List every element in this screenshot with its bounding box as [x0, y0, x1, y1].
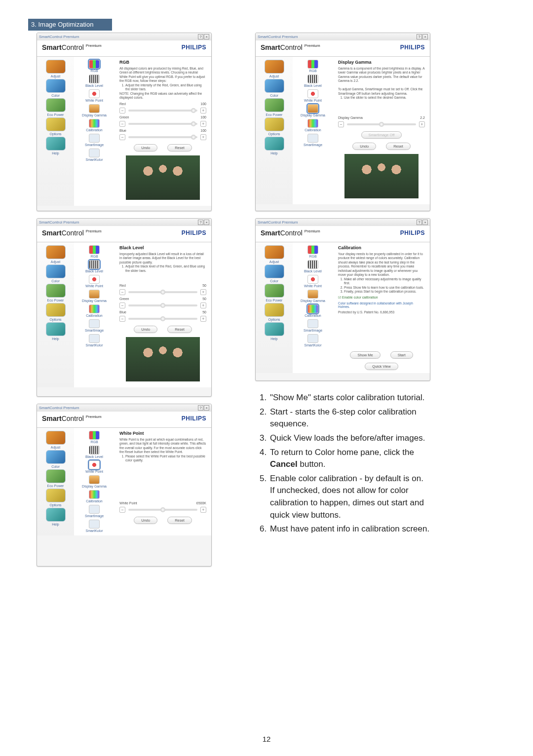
- screenshot-white-point: SmartControl Premium?× SmartControl Prem…: [37, 404, 212, 567]
- preview-photo: [126, 337, 200, 381]
- screenshot-black-level: SmartControl Premium?× SmartControl Prem…: [37, 218, 212, 397]
- reset-button[interactable]: Reset: [167, 326, 192, 333]
- close-icon[interactable]: ×: [204, 405, 209, 411]
- slider-gamma[interactable]: −+: [338, 121, 425, 127]
- undo-button[interactable]: Undo: [134, 326, 157, 333]
- instruction-list: "Show Me" starts color calibration tutor…: [255, 388, 430, 537]
- sub-black-level[interactable]: Black Level: [85, 75, 103, 87]
- panel-desc: All displayed colors are produced by mix…: [119, 67, 206, 100]
- slider-red[interactable]: −+: [119, 108, 206, 113]
- sub-display-gamma[interactable]: Display Gamma: [82, 104, 107, 117]
- philips-logo: PHILIPS: [182, 44, 206, 51]
- section-header: 3. Image Optimization: [28, 19, 112, 31]
- preview-photo: [126, 155, 200, 200]
- screenshot-rgb: SmartControl Premium?× SmartControl Prem…: [37, 33, 212, 211]
- nav-options[interactable]: Options: [41, 117, 71, 136]
- close-icon[interactable]: ×: [204, 34, 209, 39]
- help-icon[interactable]: ?: [198, 34, 203, 39]
- close-icon[interactable]: ×: [422, 220, 428, 225]
- undo-button[interactable]: Undo: [352, 143, 376, 150]
- quick-view-button[interactable]: Quick View: [365, 363, 398, 370]
- sub-calibration[interactable]: Calibration: [86, 119, 102, 132]
- undo-button[interactable]: Undo: [134, 517, 157, 524]
- help-icon[interactable]: ?: [198, 405, 203, 411]
- window-title: SmartControl Premium: [39, 35, 79, 39]
- screenshot-display-gamma: SmartControl Premium?× SmartControl Prem…: [255, 33, 430, 211]
- help-icon[interactable]: ?: [198, 220, 203, 225]
- preview-photo: [344, 154, 419, 198]
- nav-help[interactable]: Help: [41, 137, 71, 155]
- slider-green[interactable]: −+: [119, 302, 206, 308]
- sub-rgb[interactable]: RGB: [89, 60, 100, 73]
- sub-smartimage[interactable]: SmartImage: [85, 134, 104, 147]
- slider-red[interactable]: −+: [119, 289, 206, 295]
- undo-button[interactable]: Undo: [134, 144, 157, 151]
- reset-button[interactable]: Reset: [167, 517, 192, 524]
- close-icon[interactable]: ×: [422, 34, 428, 39]
- screenshot-calibration: SmartControl Premium?× SmartControl Prem…: [255, 218, 430, 381]
- right-column: SmartControl Premium?× SmartControl Prem…: [255, 33, 430, 567]
- help-icon[interactable]: ?: [417, 220, 422, 225]
- slider-blue[interactable]: −+: [119, 134, 206, 140]
- panel-title: RGB: [119, 60, 206, 65]
- enable-calibration-checkbox[interactable]: ☑ Enable color calibration: [338, 296, 425, 300]
- smartimage-off-button[interactable]: SmartImage Off: [361, 131, 402, 139]
- start-button[interactable]: Start: [390, 351, 413, 359]
- brand: SmartControl Premium: [42, 43, 102, 51]
- sub-white-point[interactable]: White Point: [85, 89, 103, 102]
- close-icon[interactable]: ×: [204, 220, 209, 225]
- slider-green[interactable]: −+: [119, 121, 206, 127]
- nav-adjust[interactable]: Adjust: [41, 60, 71, 78]
- left-column: SmartControl Premium?× SmartControl Prem…: [37, 33, 212, 567]
- page-number: 12: [0, 735, 533, 743]
- help-icon[interactable]: ?: [417, 34, 422, 39]
- nav-eco[interactable]: Eco Power: [41, 98, 71, 116]
- show-me-button[interactable]: Show Me: [350, 351, 380, 359]
- reset-button[interactable]: Reset: [386, 143, 411, 150]
- nav-color[interactable]: Color: [41, 79, 71, 97]
- reset-button[interactable]: Reset: [167, 144, 192, 151]
- slider-white-point[interactable]: −+: [119, 507, 206, 513]
- sub-smartkolor[interactable]: SmartKolor: [85, 149, 103, 161]
- slider-blue[interactable]: −+: [119, 316, 206, 322]
